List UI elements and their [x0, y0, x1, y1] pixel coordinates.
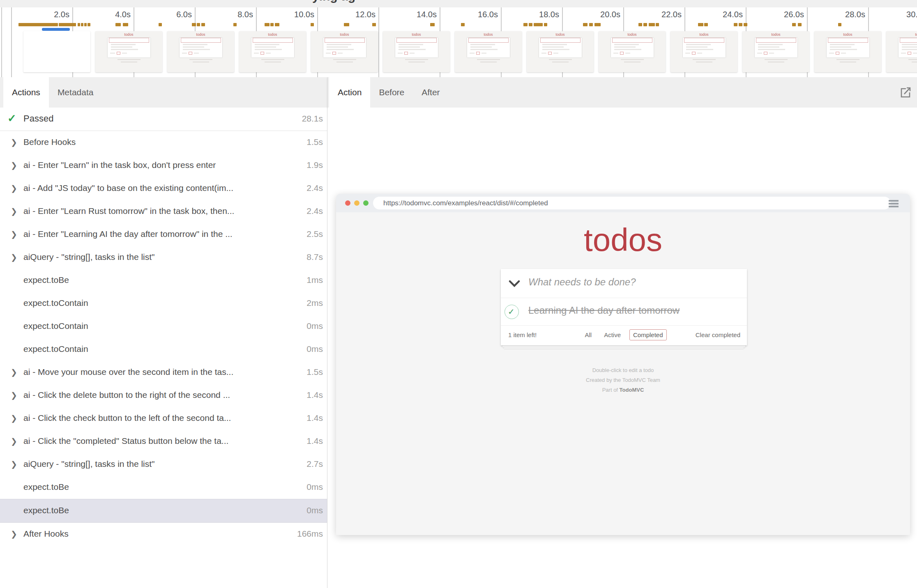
action-duration: 0ms [306, 321, 323, 331]
action-row[interactable]: ❯ai - Enter "Learn" in the task box, don… [0, 154, 327, 177]
chevron-right-icon[interactable]: ❯ [11, 230, 17, 239]
action-duration: 1.5s [306, 367, 323, 377]
tab-before[interactable]: Before [370, 77, 413, 108]
filmstrip-thumbnail[interactable]: todos [383, 31, 450, 72]
thumbnail-line [614, 49, 641, 50]
action-row[interactable]: ❯ai - Enter "Learn Rust tomorrow" in the… [0, 200, 327, 223]
timeline[interactable]: ying ag 2.0s4.0s6.0s8.0s10.0s12.0s14.0s1… [0, 0, 917, 78]
filmstrip-thumbnail[interactable]: todos [239, 31, 306, 72]
action-row[interactable]: expect.toBe0ms [0, 499, 327, 523]
thumbnail-line [255, 49, 282, 50]
chevron-right-icon[interactable]: ❯ [11, 529, 17, 539]
todo-toggle-checked-icon[interactable]: ✓ [505, 305, 519, 319]
thumbnail-caption [765, 59, 788, 60]
filter-active[interactable]: Active [600, 329, 624, 340]
todo-item-text[interactable]: Learning AI the day after tomorrow [528, 305, 680, 316]
action-row[interactable]: ❯ai - Click the check button to the left… [0, 407, 327, 430]
timeline-tick-label: 16.0s [478, 10, 498, 19]
thumbnail-caption [840, 62, 856, 62]
action-row[interactable]: ❯ai - Add "JS today" to base on the exis… [0, 177, 327, 200]
thumbnail-dash [553, 53, 558, 54]
tab-actions[interactable]: Actions [3, 77, 49, 108]
filmstrip-thumbnail[interactable]: todos [95, 31, 162, 72]
thumbnail-line [111, 49, 138, 50]
filmstrip-thumbnail[interactable]: todos [814, 31, 881, 72]
action-row[interactable]: expect.toBe1ms [0, 269, 327, 292]
chevron-right-icon[interactable]: ❯ [11, 459, 17, 469]
chevron-right-icon[interactable]: ❯ [11, 184, 17, 193]
tab-metadata[interactable]: Metadata [49, 77, 102, 108]
action-label: expect.toContain [23, 321, 287, 331]
chevron-right-icon[interactable]: ❯ [11, 138, 17, 147]
action-row[interactable]: ❯aiQuery - "string[], tasks in the list"… [0, 453, 327, 476]
chevron-right-icon[interactable]: ❯ [11, 207, 17, 216]
thumbnail-caption [336, 62, 353, 62]
thumbnail-dash [122, 53, 127, 54]
tab-after[interactable]: After [413, 77, 448, 108]
action-row[interactable]: expect.toContain2ms [0, 292, 327, 315]
thumbnail-input [540, 38, 581, 43]
timeline-activity-bar [838, 23, 841, 26]
thumbnail-dash [338, 53, 343, 54]
action-row[interactable]: expect.toContain0ms [0, 338, 327, 361]
action-row[interactable]: ❯Before Hooks1.5s [0, 131, 327, 154]
thumbnail-line [614, 44, 639, 45]
thumbnail-line [255, 46, 276, 48]
filmstrip-thumbnail[interactable]: todos [670, 31, 737, 72]
filmstrip-thumbnail[interactable]: todos [527, 31, 594, 72]
timeline-activity-bar [201, 23, 205, 26]
action-row[interactable]: ❯ai - Enter "Learning AI the day after t… [0, 223, 327, 246]
thumbnail-todos-label: todos [455, 32, 522, 37]
thumbnail-line [399, 46, 420, 48]
toggle-all-chevron-icon[interactable] [508, 280, 521, 287]
chevron-right-icon[interactable]: ❯ [11, 390, 17, 400]
thumbnail-dash [625, 53, 630, 54]
timeline-activity-bar [698, 23, 703, 26]
tab-action[interactable]: Action [329, 77, 370, 108]
action-label: ai - Enter "Learn" in the task box, don'… [23, 160, 287, 170]
new-todo-row[interactable]: What needs to be done? [501, 269, 747, 298]
filmstrip-thumbnail[interactable]: todos [311, 31, 378, 72]
filmstrip-thumbnail[interactable]: todos [455, 31, 522, 72]
chevron-right-icon[interactable]: ❯ [11, 161, 17, 170]
timeline-ruler[interactable]: 2.0s4.0s6.0s8.0s10.0s12.0s14.0s16.0s18.0… [0, 7, 917, 77]
action-row[interactable]: ❯ai - Click the "completed" Status butto… [0, 430, 327, 453]
thumbnail-line [470, 46, 492, 48]
open-snapshot-button[interactable] [899, 77, 912, 108]
filmstrip-thumbnail[interactable]: todos [742, 31, 809, 72]
snapshot-panel: Action Before After https://todomvc.com/ [327, 77, 917, 588]
new-todo-input[interactable]: What needs to be done? [528, 276, 636, 288]
thumbnail-caption [477, 59, 500, 60]
filmstrip-thumbnail[interactable]: todos [167, 31, 234, 72]
thumbnail-caption [624, 62, 641, 62]
todo-footer: 1 item left! AllActiveCompleted Clear co… [501, 326, 747, 345]
action-row[interactable]: expect.toContain0ms [0, 315, 327, 338]
chevron-right-icon[interactable]: ❯ [11, 413, 17, 423]
filmstrip-thumbnail[interactable] [23, 31, 90, 72]
clear-completed-button[interactable]: Clear completed [696, 331, 740, 338]
action-row[interactable]: ❯aiQuery - "string[], tasks in the list"… [0, 246, 327, 269]
action-label: aiQuery - "string[], tasks in the list" [23, 252, 287, 262]
thumbnail-dash [194, 53, 199, 54]
timeline-activity-bar [81, 23, 83, 26]
filter-completed[interactable]: Completed [629, 329, 667, 340]
chevron-right-icon[interactable]: ❯ [11, 436, 17, 446]
thumbnail-input [396, 38, 437, 43]
filter-all[interactable]: All [581, 329, 595, 340]
thumbnail-caption [333, 59, 356, 60]
thumbnail-app-card [180, 38, 222, 57]
action-row[interactable]: expect.toBe0ms [0, 476, 327, 499]
action-label: aiQuery - "string[], tasks in the list" [23, 459, 287, 469]
filmstrip-thumbnail[interactable]: todos [599, 31, 666, 72]
action-row[interactable]: ❯ai - Move your mouse over the second it… [0, 361, 327, 384]
chevron-right-icon[interactable]: ❯ [11, 368, 17, 377]
thumbnail-todos-label: todos [239, 32, 306, 37]
action-label: ai - Enter "Learning AI the day after to… [23, 229, 287, 239]
action-row[interactable]: ❯ai - Click the delete button to the rig… [0, 384, 327, 407]
timeline-activity-bar [544, 23, 547, 26]
action-row[interactable]: ❯After Hooks166ms [0, 523, 327, 546]
chevron-right-icon[interactable]: ❯ [11, 253, 17, 262]
thumbnail-caption [908, 59, 917, 60]
filmstrip-thumbnail[interactable]: todos [886, 31, 917, 72]
thumbnail-input [109, 38, 149, 43]
